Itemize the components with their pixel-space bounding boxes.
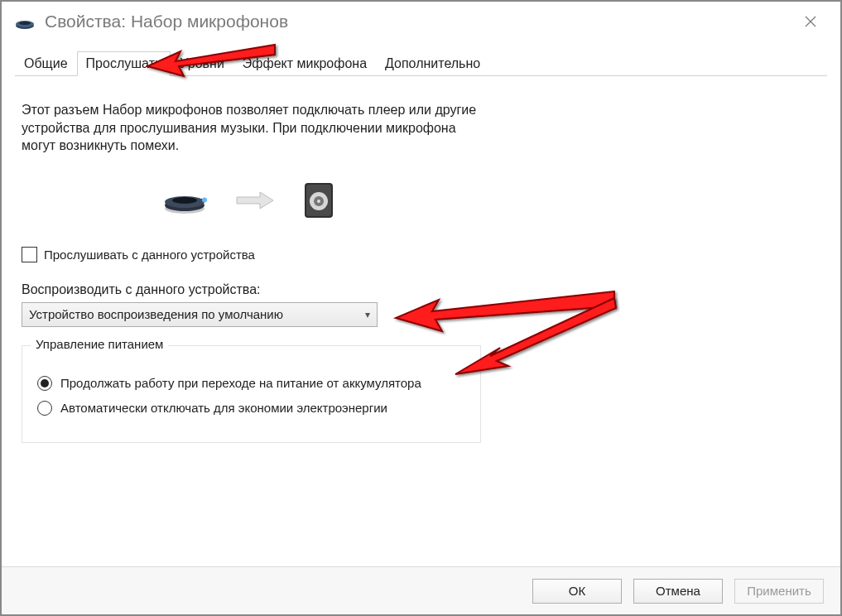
svg-point-8 [172, 197, 197, 204]
apply-button[interactable]: Применить [734, 579, 824, 604]
tab-advanced[interactable]: Дополнительно [376, 51, 489, 76]
playback-device-select[interactable]: Устройство воспроизведения по умолчанию … [22, 302, 378, 327]
tab-mic-effect[interactable]: Эффект микрофона [233, 51, 376, 76]
close-button[interactable] [786, 5, 835, 38]
device-icon [15, 15, 35, 28]
tab-general[interactable]: Общие [15, 51, 77, 76]
titlebar: Свойства: Набор микрофонов [2, 2, 840, 41]
listen-description: Этот разъем Набор микрофонов позволяет п… [22, 101, 485, 155]
tab-content-listen: Этот разъем Набор микрофонов позволяет п… [2, 76, 840, 443]
playback-device-value: Устройство воспроизведения по умолчанию [29, 307, 283, 321]
cancel-button[interactable]: Отмена [633, 579, 723, 604]
listen-checkbox-label: Прослушивать с данного устройства [44, 248, 255, 262]
close-icon [804, 15, 817, 28]
power-management-group: Управление питанием Продолжать работу пр… [22, 345, 481, 443]
tab-strip: Общие Прослушать Уровни Эффект микрофона… [15, 51, 827, 76]
tab-listen[interactable]: Прослушать [77, 51, 171, 76]
svg-point-15 [317, 200, 320, 203]
properties-dialog: Свойства: Набор микрофонов Общие Прослуш… [0, 0, 842, 616]
arrow-right-icon [235, 190, 275, 213]
radio-auto-off[interactable]: Автоматически отключать для экономии эле… [37, 401, 465, 416]
svg-point-2 [19, 22, 31, 25]
signal-diagram [162, 181, 820, 222]
listen-checkbox-row[interactable]: Прослушивать с данного устройства [22, 247, 820, 262]
radio-continue-indicator[interactable] [37, 376, 52, 391]
microphone-base-icon [162, 185, 207, 218]
listen-checkbox[interactable] [22, 247, 37, 262]
ok-button[interactable]: ОК [532, 579, 622, 604]
speaker-icon [303, 181, 336, 222]
radio-auto-off-indicator[interactable] [37, 401, 52, 416]
radio-continue-label: Продолжать работу при переходе на питани… [60, 376, 421, 390]
radio-continue-on-battery[interactable]: Продолжать работу при переходе на питани… [37, 376, 465, 391]
chevron-down-icon: ▾ [365, 309, 370, 320]
power-management-legend: Управление питанием [31, 337, 168, 351]
window-title: Свойства: Набор микрофонов [45, 12, 288, 31]
svg-point-10 [202, 197, 207, 202]
playback-device-label: Воспроизводить с данного устройства: [22, 282, 820, 297]
tab-levels[interactable]: Уровни [171, 51, 233, 76]
dialog-button-bar: ОК Отмена Применить [2, 566, 840, 614]
radio-auto-off-label: Автоматически отключать для экономии эле… [60, 401, 387, 415]
